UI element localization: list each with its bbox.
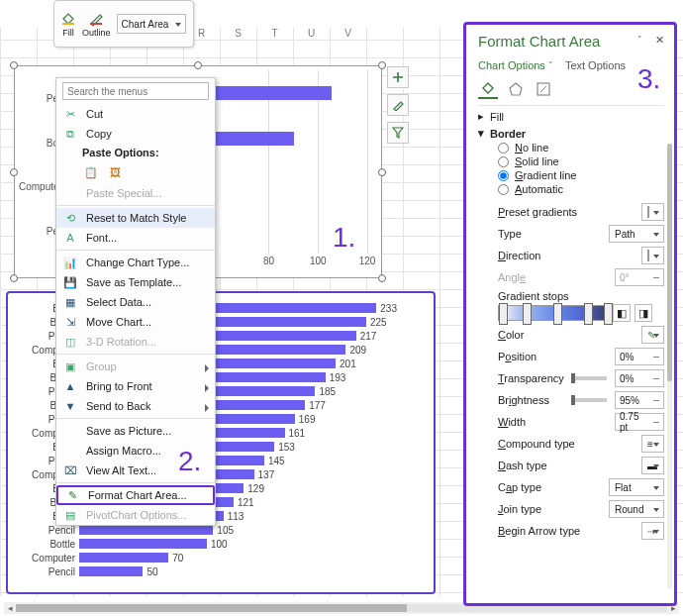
menu-font[interactable]: AFont... (56, 228, 215, 248)
resize-handle[interactable] (378, 168, 386, 176)
brightness-slider[interactable] (571, 398, 607, 402)
menu-bring-front[interactable]: ▲Bring to Front (56, 376, 215, 396)
annotation-1: 1. (333, 222, 355, 254)
resize-handle[interactable] (10, 61, 18, 69)
size-tab[interactable] (534, 79, 553, 99)
plus-icon (392, 71, 404, 83)
chart2-value: 145 (268, 456, 285, 466)
radio-automatic[interactable]: Automatic (498, 183, 664, 195)
menu-select-data[interactable]: ▦Select Data... (56, 292, 215, 312)
dash-icon: ▬ (647, 461, 657, 471)
color-select[interactable]: ✎ (641, 326, 664, 344)
add-stop-icon: ◧ (617, 307, 627, 320)
format-icon: ✎ (64, 487, 80, 503)
chart2-value: 169 (299, 414, 316, 425)
chart-elements-button[interactable] (387, 66, 409, 88)
pane-collapse-button[interactable]: ˅ (633, 33, 646, 47)
table-icon: ▦ (62, 294, 78, 310)
chart2-value: 217 (360, 331, 377, 342)
radio-solid-line[interactable]: Solid line (498, 155, 664, 167)
section-fill[interactable]: ▸Fill (478, 110, 664, 123)
menu-paste-special: Paste Special... (56, 183, 215, 203)
resize-handle[interactable] (194, 61, 202, 69)
pivot-icon: ▤ (62, 507, 78, 523)
menu-save-template[interactable]: 💾Save as Template... (56, 272, 215, 292)
chart2-value: 153 (278, 442, 295, 453)
label-direction: Direction (498, 250, 540, 261)
chart2-value: 225 (370, 317, 387, 328)
tab-text-options[interactable]: Text Options (565, 59, 626, 71)
chevron-down-icon: ˅ (548, 60, 553, 70)
radio-no-line[interactable]: NNo lineo line (498, 142, 664, 154)
fill-line-tab[interactable] (478, 79, 498, 99)
direction-select[interactable] (641, 247, 664, 264)
compound-select[interactable]: ≡ (641, 435, 664, 453)
menu-reset-style[interactable]: ⟲Reset to Match Style (56, 208, 215, 228)
menu-send-back[interactable]: ▼Send to Back (56, 396, 215, 416)
gradient-stops-bar[interactable] (498, 305, 609, 321)
copy-icon: ⧉ (62, 126, 78, 142)
label-transparency: Transparency (498, 372, 564, 384)
section-border[interactable]: ▾Border (478, 127, 664, 140)
chart2-value: 177 (309, 400, 326, 411)
resize-handle[interactable] (10, 274, 18, 282)
svg-rect-0 (62, 23, 74, 25)
menu-cut[interactable]: ✂Cut (56, 104, 215, 124)
preset-gradients-select[interactable] (641, 203, 664, 221)
remove-stop-button[interactable]: ◨ (634, 304, 652, 322)
label-position: Position (498, 351, 537, 362)
chart2-value: 121 (238, 497, 254, 508)
chart2-category: Pencil (12, 566, 75, 577)
chart2-category: Computer (12, 553, 75, 564)
menu-change-chart-type[interactable]: 📊Change Chart Type... (56, 253, 215, 272)
chart2-value: 50 (146, 566, 157, 577)
label-preset-gradients: Preset gradients (498, 206, 577, 218)
resize-handle[interactable] (378, 61, 386, 69)
tab-chart-options[interactable]: Chart Options˅ (478, 59, 553, 71)
brightness-input[interactable]: 95% (615, 391, 664, 409)
radio-gradient-line[interactable]: Gradient line (498, 169, 664, 181)
effects-tab[interactable] (506, 79, 526, 99)
menu-pivotchart-options: ▤PivotChart Options... (56, 505, 215, 525)
position-input[interactable]: 0% (615, 348, 664, 365)
dash-select[interactable]: ▬ (641, 457, 664, 474)
brush-icon (392, 99, 404, 111)
pane-close-button[interactable]: ✕ (652, 33, 666, 47)
outline-button[interactable]: Outline (82, 11, 111, 38)
fill-button[interactable]: Fill (60, 11, 76, 38)
gradient-type-select[interactable]: Path (609, 225, 664, 243)
begin-arrow-select[interactable]: ⇢ (641, 522, 664, 540)
chart-styles-button[interactable] (387, 94, 409, 116)
chart-element-select[interactable]: Chart Area (117, 14, 186, 34)
pen-icon (88, 11, 104, 27)
fill-label: Fill (62, 28, 74, 38)
bucket-icon (60, 11, 76, 27)
back-icon: ▼ (62, 398, 78, 414)
menu-search-input[interactable] (62, 82, 209, 100)
pane-scrollbar[interactable] (667, 144, 672, 589)
cap-select[interactable]: Flat (609, 478, 664, 496)
chart-filter-button[interactable] (387, 122, 409, 144)
transparency-input[interactable]: 0% (615, 369, 664, 387)
chart2-value: 70 (172, 553, 183, 564)
menu-save-as-picture[interactable]: Save as Picture... (56, 421, 215, 441)
scroll-left-button[interactable]: ◂ (4, 602, 16, 614)
angle-input: 0° (615, 268, 664, 286)
join-select[interactable]: Round (609, 500, 664, 518)
label-gradient-stops: Gradient stops (478, 290, 664, 302)
paste-picture-button[interactable]: 🖼 (106, 163, 124, 181)
chart2-row: Bottle100 (12, 537, 424, 551)
add-stop-button[interactable]: ◧ (613, 304, 631, 322)
menu-copy[interactable]: ⧉Copy (56, 124, 215, 144)
label-angle: Angle (498, 271, 526, 283)
resize-handle[interactable] (10, 168, 18, 176)
chart2-value: 201 (340, 359, 356, 369)
width-input[interactable]: 0.75 pt (615, 413, 664, 431)
menu-format-chart-area[interactable]: ✎Format Chart Area... (56, 485, 215, 505)
paste-keep-source-button[interactable]: 📋 (82, 163, 100, 181)
resize-handle[interactable] (378, 274, 386, 282)
group-icon: ▣ (62, 359, 78, 374)
transparency-slider[interactable] (571, 376, 607, 380)
menu-3d-rotation: ◫3-D Rotation... (56, 332, 215, 352)
menu-move-chart[interactable]: ⇲Move Chart... (56, 312, 215, 332)
